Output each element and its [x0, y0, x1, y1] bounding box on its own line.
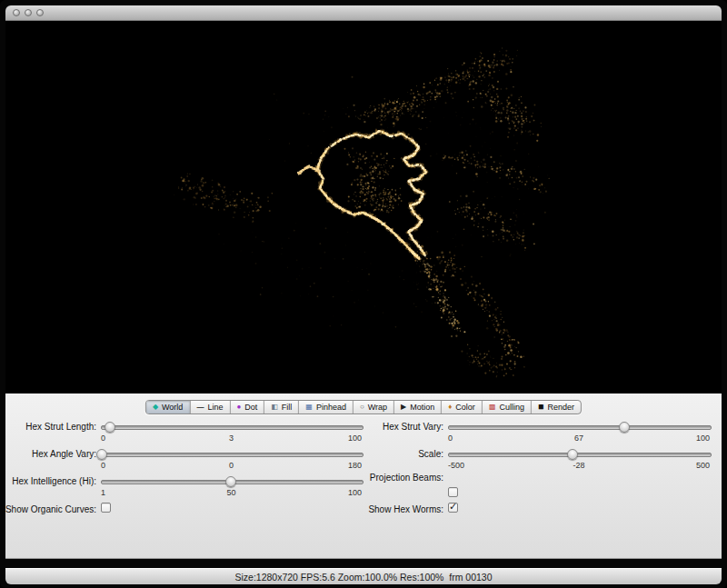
- status-text: Size:1280x720 FPS:5.6 Zoom:100.0% Res:10…: [234, 572, 492, 583]
- tab-motion[interactable]: ▶Motion: [394, 401, 442, 414]
- scale-label: Scale:: [418, 449, 443, 459]
- show-hex-worms-label: Show Hex Worms:: [368, 504, 443, 514]
- slider-scale: -500-28500: [448, 461, 710, 472]
- control-row: Scale:-500-28500: [5, 445, 722, 473]
- tab-label: Culling: [499, 402, 524, 414]
- tab-bar: ◆World—Line●Dot◧Fill▦Pinhead○Wrap▶Motion…: [145, 400, 582, 414]
- control-panel: ◆World—Line●Dot◧Fill▦Pinhead○Wrap▶Motion…: [5, 394, 722, 559]
- globe-particles-canvas[interactable]: [5, 21, 722, 394]
- slider-min: -500: [448, 461, 464, 470]
- slider-scale: 067100: [448, 434, 710, 444]
- tab-label: Color: [455, 402, 475, 414]
- line-icon: —: [196, 404, 204, 411]
- slider-thumb[interactable]: [619, 422, 630, 433]
- minimize-button[interactable]: [25, 9, 32, 16]
- render-icon: ◼: [538, 404, 544, 411]
- scale-slider[interactable]: [448, 453, 712, 457]
- zoom-button[interactable]: [36, 9, 44, 16]
- dot-icon: ●: [236, 404, 241, 411]
- tab-culling[interactable]: ▩Culling: [483, 401, 532, 414]
- culling-icon: ▩: [489, 404, 496, 411]
- control-row: Hex Strut Vary:067100: [5, 418, 722, 445]
- tab-label: Render: [548, 402, 575, 414]
- projection-beams-label: Projection Beams:: [370, 473, 443, 483]
- tab-line[interactable]: —Line: [190, 401, 230, 414]
- close-button[interactable]: [13, 9, 20, 16]
- slider-value: -28: [573, 461, 584, 470]
- fill-icon: ◧: [271, 404, 278, 411]
- app-window: ◆World—Line●Dot◧Fill▦Pinhead○Wrap▶Motion…: [0, 0, 727, 588]
- control-row: Projection Beams:: [5, 473, 722, 500]
- status-bar: Size:1280x720 FPS:5.6 Zoom:100.0% Res:10…: [5, 568, 722, 584]
- tab-label: Fill: [282, 402, 293, 414]
- tab-label: World: [162, 402, 183, 414]
- projection-beams-checkbox[interactable]: [448, 487, 458, 497]
- slider-value: 67: [574, 434, 583, 443]
- tab-color[interactable]: ♦Color: [442, 401, 483, 414]
- tab-label: Dot: [244, 402, 257, 414]
- tab-pinhead[interactable]: ▦Pinhead: [299, 401, 354, 414]
- slider-thumb[interactable]: [567, 449, 578, 460]
- tab-world[interactable]: ◆World: [146, 401, 191, 414]
- tab-render[interactable]: ◼Render: [532, 401, 581, 414]
- hex-strut-vary-label: Hex Strut Vary:: [383, 422, 443, 432]
- tab-label: Pinhead: [316, 402, 346, 414]
- motion-icon: ▶: [401, 404, 406, 411]
- tab-label: Line: [207, 402, 223, 414]
- tab-label: Motion: [410, 402, 434, 414]
- pinhead-icon: ▦: [305, 404, 313, 411]
- tab-label: Wrap: [368, 402, 387, 414]
- render-viewport[interactable]: [5, 21, 722, 394]
- slider-max: 500: [696, 461, 710, 470]
- tab-fill[interactable]: ◧Fill: [264, 401, 299, 414]
- globe-icon: ◆: [153, 404, 158, 411]
- show-hex-worms-checkbox[interactable]: ✓: [448, 503, 458, 513]
- color-icon: ♦: [448, 404, 452, 411]
- wrap-icon: ○: [360, 404, 364, 411]
- slider-max: 100: [696, 434, 710, 443]
- control-row: Show Hex Worms:✓: [5, 501, 722, 528]
- hex-strut-vary-slider[interactable]: [448, 425, 712, 430]
- titlebar: [5, 5, 722, 21]
- slider-min: 0: [448, 434, 453, 443]
- check-mark-icon: ✓: [449, 501, 457, 513]
- tab-wrap[interactable]: ○Wrap: [354, 401, 394, 414]
- tab-dot[interactable]: ●Dot: [230, 401, 264, 414]
